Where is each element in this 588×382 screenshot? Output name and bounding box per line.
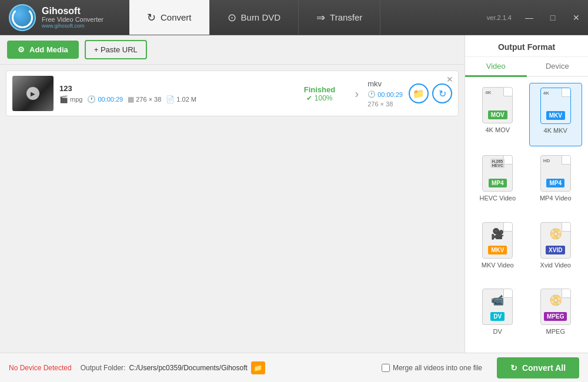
format-tab-video[interactable]: Video (465, 57, 527, 77)
play-icon[interactable]: ▶ (26, 87, 39, 100)
status-area: Finished ✔ 100% (293, 85, 346, 102)
nav-tabs: ↻ Convert ⊙ Burn DVD ⇒ Transfer (129, 0, 487, 35)
burn-dvd-icon: ⊙ (228, 11, 236, 24)
merge-area: Merge all videos into one file (382, 364, 482, 372)
paste-url-button[interactable]: + Paste URL (85, 40, 147, 59)
corner-label-4k-mkv: 4K (543, 91, 549, 96)
format-item-dv[interactable]: 📹 DV DV (471, 284, 524, 347)
toolbar: ⚙ Add Media + Paste URL (0, 35, 465, 65)
convert-all-icon: ↻ (510, 363, 517, 373)
size-icon: 📄 (166, 95, 175, 103)
dimensions-in-value: 276 × 38 (136, 96, 161, 103)
format-icon-xvid: 📀 XVID (538, 220, 573, 260)
check-icon: ✔ 100% (306, 94, 332, 102)
format-label-hevc-mp4: HEVC Video (479, 195, 516, 202)
folder-path: C:/Users/pc0359/Documents/Gihosoft (129, 364, 247, 372)
camera-icon-mkv: 🎥 (491, 227, 504, 240)
file-duration-in: 🕐 00:00:29 (87, 95, 123, 103)
format-icon-mkv: 🎥 MKV (480, 220, 515, 260)
left-panel: ⚙ Add Media + Paste URL ▶ 123 (0, 35, 465, 353)
format-icon-hevc-mp4: H.265HEVC MP4 (480, 153, 515, 193)
window-controls: ver.2.1.4 — □ ✕ (487, 6, 588, 29)
badge-mov: MOV (488, 110, 507, 119)
format-icon-dv: 📹 DV (480, 287, 515, 327)
main-area: ⚙ Add Media + Paste URL ▶ 123 (0, 35, 588, 353)
convert-again-button[interactable]: ↻ (432, 83, 452, 103)
action-buttons: 📁 ↻ (409, 83, 452, 103)
tab-convert[interactable]: ↻ Convert (129, 0, 210, 35)
format-tab-device[interactable]: Device (527, 57, 589, 77)
right-panel: Output Format Video Device 4K MOV 4K MOV (465, 35, 588, 353)
paste-url-label: + Paste URL (94, 45, 138, 54)
output-dimensions: 276 × 38 (368, 100, 403, 108)
table-row: ▶ 123 🎬 mpg 🕐 00:00:29 (6, 71, 459, 116)
output-info: mkv 🕐 00:00:29 276 × 38 (368, 79, 403, 108)
transfer-icon: ⇒ (316, 11, 325, 24)
badge-mpeg: MPEG (544, 312, 567, 321)
tab-transfer[interactable]: ⇒ Transfer (299, 0, 380, 35)
hevc-label: H.265HEVC (491, 159, 505, 168)
badge-hevc-mp4: MP4 (489, 179, 507, 187)
size-value: 1.02 M (176, 96, 196, 103)
format-label-mpeg: MPEG (546, 328, 565, 335)
format-label-mkv: MKV Video (482, 262, 514, 269)
output-duration: 🕐 00:00:29 (368, 91, 403, 98)
app-title: Free Video Converter (42, 16, 103, 23)
file-format: 🎬 mpg (59, 95, 82, 103)
camera-icon-dv: 📹 (491, 294, 504, 307)
format-icon-4k-mov: 4K MOV (480, 85, 515, 125)
format-panel-title: Output Format (465, 35, 588, 57)
app-brand: Gihosoft (42, 6, 103, 16)
bottom-bar: No Device Detected Output Folder: C:/Use… (0, 353, 588, 382)
format-item-mpeg[interactable]: 📀 MPEG MPEG (529, 284, 583, 347)
tab-transfer-label: Transfer (330, 12, 362, 22)
merge-label: Merge all videos into one file (393, 364, 482, 372)
browse-folder-button[interactable]: 📁 (251, 361, 265, 374)
tab-burn-dvd[interactable]: ⊙ Burn DVD (210, 0, 299, 35)
convert-all-label: Convert All (522, 363, 566, 373)
format-label-dv: DV (493, 328, 502, 335)
frame-icon: ▦ (128, 95, 134, 103)
clock-icon: 🕐 (87, 95, 96, 103)
format-item-hevc-mp4[interactable]: H.265HEVC MP4 HEVC Video (471, 151, 524, 213)
add-media-label: Add Media (29, 45, 68, 54)
format-item-4k-mov[interactable]: 4K MOV 4K MOV (471, 83, 524, 146)
format-icon-4k-mkv: 4K MKV (538, 86, 573, 126)
status-finished-label: Finished (304, 85, 335, 94)
format-label-4k-mkv: 4K MKV (544, 127, 567, 134)
duration-in-value: 00:00:29 (98, 96, 123, 103)
format-grid: 4K MOV 4K MOV 4K MKV 4K MKV (465, 77, 588, 353)
format-item-xvid[interactable]: 📀 XVID Xvid Video (529, 218, 583, 280)
app-title-group: Gihosoft Free Video Converter www.gihoso… (42, 6, 103, 29)
output-duration-value: 00:00:29 (377, 91, 403, 98)
merge-checkbox[interactable] (382, 364, 390, 372)
logo-area: Gihosoft Free Video Converter www.gihoso… (0, 4, 129, 31)
format-item-mkv[interactable]: 🎥 MKV MKV Video (471, 218, 524, 280)
badge-mkv2: MKV (488, 246, 507, 254)
file-meta: 🎬 mpg 🕐 00:00:29 ▦ 276 × 38 📄 (59, 95, 288, 103)
format-item-4k-mkv[interactable]: 4K MKV 4K MKV (529, 83, 583, 146)
remove-item-button[interactable]: ✕ (446, 75, 453, 84)
app-logo (9, 4, 36, 31)
file-dimensions-in: ▦ 276 × 38 (128, 95, 161, 103)
corner-label-mp4: HD (543, 158, 550, 163)
version-text: ver.2.1.4 (487, 14, 517, 21)
format-icon-mpeg: 📀 MPEG (538, 287, 573, 327)
minimize-button[interactable]: — (517, 6, 541, 29)
add-media-button[interactable]: ⚙ Add Media (7, 41, 79, 59)
maximize-button[interactable]: □ (541, 6, 564, 29)
format-label-mp4: MP4 Video (540, 195, 572, 202)
output-clock-icon: 🕐 (368, 91, 376, 98)
close-button[interactable]: ✕ (564, 6, 588, 29)
format-value: mpg (70, 96, 82, 103)
title-bar: Gihosoft Free Video Converter www.gihoso… (0, 0, 588, 35)
badge-mkv-4k: MKV (546, 111, 565, 120)
no-device-text: No Device Detected (9, 364, 72, 372)
convert-all-button[interactable]: ↻ Convert All (497, 357, 579, 378)
tab-burn-dvd-label: Burn DVD (241, 12, 281, 22)
corner-label-4k-mov: 4K (485, 90, 491, 95)
open-folder-button[interactable]: 📁 (409, 83, 429, 103)
format-icon-mp4: HD MP4 (538, 153, 573, 193)
file-list: ▶ 123 🎬 mpg 🕐 00:00:29 (0, 65, 465, 353)
format-item-mp4[interactable]: HD MP4 MP4 Video (529, 151, 583, 213)
